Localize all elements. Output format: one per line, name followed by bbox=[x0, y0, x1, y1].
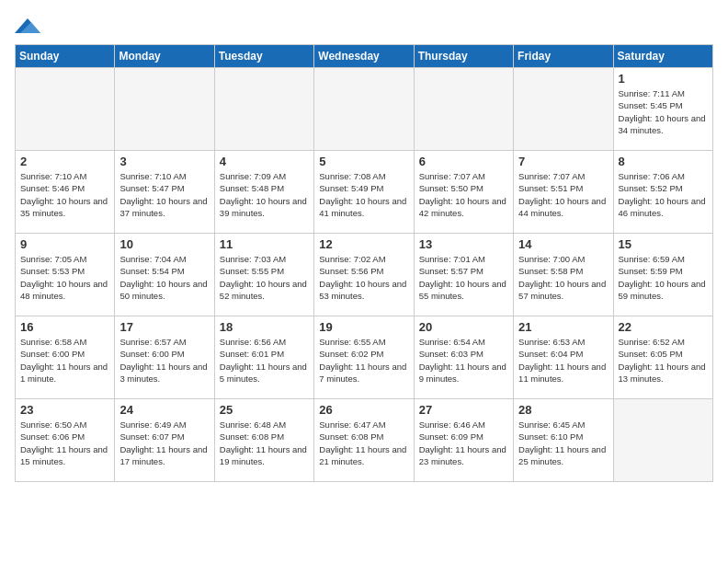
calendar-cell: 3Sunrise: 7:10 AM Sunset: 5:47 PM Daylig… bbox=[115, 151, 214, 234]
calendar-cell: 18Sunrise: 6:56 AM Sunset: 6:01 PM Dayli… bbox=[214, 316, 313, 399]
day-info: Sunrise: 6:53 AM Sunset: 6:04 PM Dayligh… bbox=[518, 336, 608, 385]
calendar-cell: 4Sunrise: 7:09 AM Sunset: 5:48 PM Daylig… bbox=[214, 151, 313, 234]
day-info: Sunrise: 7:09 AM Sunset: 5:48 PM Dayligh… bbox=[220, 170, 309, 219]
day-number: 7 bbox=[518, 155, 608, 168]
calendar-cell: 8Sunrise: 7:06 AM Sunset: 5:52 PM Daylig… bbox=[613, 151, 712, 234]
day-info: Sunrise: 6:47 AM Sunset: 6:08 PM Dayligh… bbox=[319, 419, 408, 467]
day-info: Sunrise: 6:57 AM Sunset: 6:00 PM Dayligh… bbox=[119, 336, 209, 385]
calendar-cell bbox=[115, 68, 214, 151]
calendar-week-2: 2Sunrise: 7:10 AM Sunset: 5:46 PM Daylig… bbox=[16, 151, 713, 234]
day-number: 10 bbox=[119, 237, 209, 251]
day-number: 15 bbox=[619, 237, 708, 251]
day-number: 16 bbox=[20, 320, 109, 334]
day-number: 27 bbox=[419, 403, 508, 417]
calendar-cell: 20Sunrise: 6:54 AM Sunset: 6:03 PM Dayli… bbox=[414, 316, 513, 399]
weekday-header-friday: Friday bbox=[514, 45, 613, 68]
day-info: Sunrise: 7:06 AM Sunset: 5:52 PM Dayligh… bbox=[619, 170, 708, 219]
calendar-cell: 24Sunrise: 6:49 AM Sunset: 6:07 PM Dayli… bbox=[115, 399, 214, 482]
calendar-cell bbox=[414, 68, 513, 151]
weekday-header-saturday: Saturday bbox=[613, 45, 712, 68]
day-number: 28 bbox=[518, 403, 608, 417]
day-info: Sunrise: 7:04 AM Sunset: 5:54 PM Dayligh… bbox=[119, 253, 209, 302]
calendar-table: SundayMondayTuesdayWednesdayThursdayFrid… bbox=[15, 44, 713, 482]
day-number: 9 bbox=[20, 237, 109, 251]
weekday-header-wednesday: Wednesday bbox=[314, 45, 414, 68]
logo bbox=[15, 15, 44, 37]
calendar-cell: 9Sunrise: 7:05 AM Sunset: 5:53 PM Daylig… bbox=[16, 234, 115, 316]
calendar-cell: 5Sunrise: 7:08 AM Sunset: 5:49 PM Daylig… bbox=[314, 151, 414, 234]
calendar-cell: 12Sunrise: 7:02 AM Sunset: 5:56 PM Dayli… bbox=[314, 234, 414, 316]
day-number: 3 bbox=[119, 155, 209, 168]
day-info: Sunrise: 7:08 AM Sunset: 5:49 PM Dayligh… bbox=[319, 170, 408, 219]
calendar-cell: 26Sunrise: 6:47 AM Sunset: 6:08 PM Dayli… bbox=[314, 399, 414, 482]
day-number: 22 bbox=[619, 320, 708, 334]
day-info: Sunrise: 6:46 AM Sunset: 6:09 PM Dayligh… bbox=[419, 419, 508, 467]
day-number: 26 bbox=[319, 403, 408, 417]
calendar-cell: 25Sunrise: 6:48 AM Sunset: 6:08 PM Dayli… bbox=[214, 399, 313, 482]
day-info: Sunrise: 6:48 AM Sunset: 6:08 PM Dayligh… bbox=[220, 419, 309, 467]
day-number: 14 bbox=[518, 237, 608, 251]
day-number: 19 bbox=[319, 320, 408, 334]
calendar-cell: 10Sunrise: 7:04 AM Sunset: 5:54 PM Dayli… bbox=[115, 234, 214, 316]
day-info: Sunrise: 6:50 AM Sunset: 6:06 PM Dayligh… bbox=[20, 419, 109, 467]
calendar-week-3: 9Sunrise: 7:05 AM Sunset: 5:53 PM Daylig… bbox=[16, 234, 713, 316]
day-number: 18 bbox=[220, 320, 309, 334]
calendar-cell: 28Sunrise: 6:45 AM Sunset: 6:10 PM Dayli… bbox=[514, 399, 613, 482]
calendar-cell: 22Sunrise: 6:52 AM Sunset: 6:05 PM Dayli… bbox=[613, 316, 712, 399]
day-number: 11 bbox=[220, 237, 309, 251]
weekday-header-row: SundayMondayTuesdayWednesdayThursdayFrid… bbox=[16, 45, 713, 68]
calendar-cell: 1Sunrise: 7:11 AM Sunset: 5:45 PM Daylig… bbox=[613, 68, 712, 151]
day-number: 12 bbox=[319, 237, 408, 251]
calendar-cell: 11Sunrise: 7:03 AM Sunset: 5:55 PM Dayli… bbox=[214, 234, 313, 316]
day-info: Sunrise: 6:59 AM Sunset: 5:59 PM Dayligh… bbox=[619, 253, 708, 302]
calendar-cell: 27Sunrise: 6:46 AM Sunset: 6:09 PM Dayli… bbox=[414, 399, 513, 482]
day-info: Sunrise: 6:56 AM Sunset: 6:01 PM Dayligh… bbox=[220, 336, 309, 385]
weekday-header-sunday: Sunday bbox=[16, 45, 115, 68]
calendar-cell: 7Sunrise: 7:07 AM Sunset: 5:51 PM Daylig… bbox=[514, 151, 613, 234]
day-info: Sunrise: 7:01 AM Sunset: 5:57 PM Dayligh… bbox=[419, 253, 508, 302]
day-number: 24 bbox=[119, 403, 209, 417]
day-info: Sunrise: 6:55 AM Sunset: 6:02 PM Dayligh… bbox=[319, 336, 408, 385]
calendar-cell bbox=[613, 399, 712, 482]
day-number: 23 bbox=[20, 403, 109, 417]
day-info: Sunrise: 7:10 AM Sunset: 5:46 PM Dayligh… bbox=[20, 170, 109, 219]
day-number: 8 bbox=[619, 155, 708, 168]
day-number: 4 bbox=[220, 155, 309, 168]
day-number: 20 bbox=[419, 320, 508, 334]
day-info: Sunrise: 7:07 AM Sunset: 5:51 PM Dayligh… bbox=[518, 170, 608, 219]
day-info: Sunrise: 7:10 AM Sunset: 5:47 PM Dayligh… bbox=[119, 170, 209, 219]
weekday-header-tuesday: Tuesday bbox=[214, 45, 313, 68]
day-info: Sunrise: 6:58 AM Sunset: 6:00 PM Dayligh… bbox=[20, 336, 109, 385]
calendar-week-1: 1Sunrise: 7:11 AM Sunset: 5:45 PM Daylig… bbox=[16, 68, 713, 151]
day-info: Sunrise: 7:05 AM Sunset: 5:53 PM Dayligh… bbox=[20, 253, 109, 302]
day-number: 1 bbox=[619, 72, 708, 86]
calendar-cell bbox=[314, 68, 414, 151]
calendar-week-5: 23Sunrise: 6:50 AM Sunset: 6:06 PM Dayli… bbox=[16, 399, 713, 482]
calendar-cell: 17Sunrise: 6:57 AM Sunset: 6:00 PM Dayli… bbox=[115, 316, 214, 399]
calendar-cell: 15Sunrise: 6:59 AM Sunset: 5:59 PM Dayli… bbox=[613, 234, 712, 316]
day-number: 5 bbox=[319, 155, 408, 168]
calendar-cell: 23Sunrise: 6:50 AM Sunset: 6:06 PM Dayli… bbox=[16, 399, 115, 482]
day-info: Sunrise: 6:49 AM Sunset: 6:07 PM Dayligh… bbox=[119, 419, 209, 467]
calendar-cell: 16Sunrise: 6:58 AM Sunset: 6:00 PM Dayli… bbox=[16, 316, 115, 399]
day-number: 21 bbox=[518, 320, 608, 334]
calendar-cell bbox=[16, 68, 115, 151]
day-info: Sunrise: 7:11 AM Sunset: 5:45 PM Dayligh… bbox=[619, 87, 708, 136]
day-number: 6 bbox=[419, 155, 508, 168]
day-info: Sunrise: 6:54 AM Sunset: 6:03 PM Dayligh… bbox=[419, 336, 508, 385]
calendar-cell: 6Sunrise: 7:07 AM Sunset: 5:50 PM Daylig… bbox=[414, 151, 513, 234]
day-info: Sunrise: 7:03 AM Sunset: 5:55 PM Dayligh… bbox=[220, 253, 309, 302]
day-info: Sunrise: 7:00 AM Sunset: 5:58 PM Dayligh… bbox=[518, 253, 608, 302]
calendar-cell: 21Sunrise: 6:53 AM Sunset: 6:04 PM Dayli… bbox=[514, 316, 613, 399]
calendar-cell: 13Sunrise: 7:01 AM Sunset: 5:57 PM Dayli… bbox=[414, 234, 513, 316]
calendar-cell bbox=[214, 68, 313, 151]
day-info: Sunrise: 7:07 AM Sunset: 5:50 PM Dayligh… bbox=[419, 170, 508, 219]
page-header bbox=[15, 15, 713, 37]
day-number: 17 bbox=[119, 320, 209, 334]
day-info: Sunrise: 6:45 AM Sunset: 6:10 PM Dayligh… bbox=[518, 419, 608, 467]
calendar-cell: 2Sunrise: 7:10 AM Sunset: 5:46 PM Daylig… bbox=[16, 151, 115, 234]
day-number: 13 bbox=[419, 237, 508, 251]
weekday-header-monday: Monday bbox=[115, 45, 214, 68]
calendar-week-4: 16Sunrise: 6:58 AM Sunset: 6:00 PM Dayli… bbox=[16, 316, 713, 399]
weekday-header-thursday: Thursday bbox=[414, 45, 513, 68]
